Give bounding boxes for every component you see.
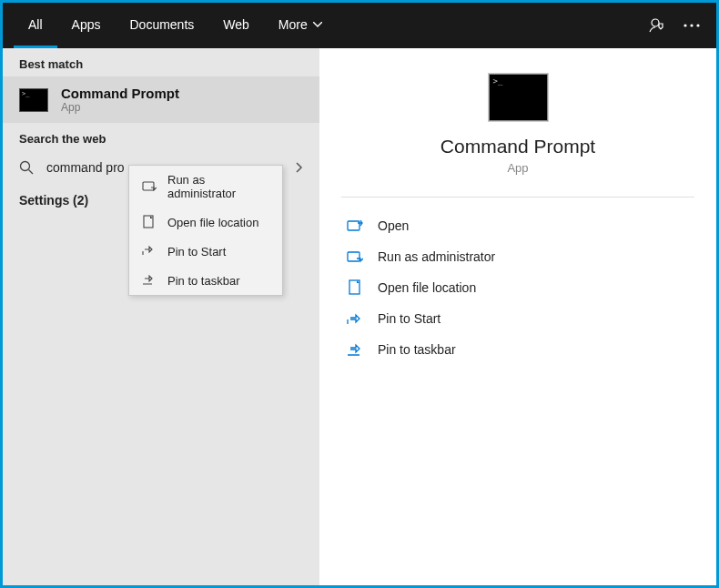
svg-point-3 — [21, 162, 30, 171]
pin-taskbar-icon — [347, 341, 363, 358]
open-icon — [347, 218, 363, 234]
svg-rect-8 — [348, 252, 360, 261]
search-web-text: command pro — [46, 160, 125, 175]
action-pin-taskbar-label: Pin to taskbar — [378, 342, 456, 357]
run-admin-icon — [142, 179, 157, 194]
tab-all[interactable]: All — [14, 3, 57, 48]
svg-rect-5 — [143, 182, 154, 190]
run-admin-icon — [347, 248, 363, 265]
tab-more-label: More — [278, 17, 308, 32]
open-location-icon — [142, 215, 157, 229]
action-run-as-admin[interactable]: Run as administrator — [341, 241, 694, 272]
actions-list: Open Run as administrator Open file loca… — [341, 198, 694, 365]
body: Best match Command Prompt App Search the… — [3, 48, 716, 585]
cmd-prompt-icon-large — [489, 74, 548, 121]
left-panel: Best match Command Prompt App Search the… — [3, 48, 319, 585]
svg-line-4 — [29, 170, 34, 175]
preview-header: Command Prompt App — [341, 74, 694, 198]
best-match-text: Command Prompt App — [61, 86, 179, 114]
search-icon — [19, 160, 34, 175]
cmd-prompt-icon — [19, 88, 48, 112]
action-open-loc-label: Open file location — [378, 280, 476, 295]
tab-apps[interactable]: Apps — [57, 3, 116, 48]
preview-subtitle: App — [507, 161, 528, 175]
ctx-run-admin-label: Run as administrator — [167, 173, 269, 200]
tab-strip: All Apps Documents Web More — [14, 3, 337, 48]
ctx-pin-taskbar-label: Pin to taskbar — [167, 274, 240, 288]
best-match-title: Command Prompt — [61, 86, 179, 101]
action-pin-to-taskbar[interactable]: Pin to taskbar — [341, 334, 694, 365]
action-pin-to-start[interactable]: Pin to Start — [341, 303, 694, 334]
tab-more[interactable]: More — [264, 3, 337, 48]
search-window: All Apps Documents Web More Best match — [3, 3, 716, 585]
preview-title: Command Prompt — [441, 136, 595, 157]
options-icon[interactable] — [684, 24, 700, 27]
best-match-item[interactable]: Command Prompt App — [3, 76, 319, 123]
chevron-down-icon — [313, 22, 322, 27]
action-open-file-location[interactable]: Open file location — [341, 272, 694, 303]
pin-taskbar-icon — [142, 273, 157, 288]
ctx-run-as-admin[interactable]: Run as administrator — [129, 166, 282, 208]
ctx-pin-to-taskbar[interactable]: Pin to taskbar — [129, 266, 282, 295]
ctx-open-file-location[interactable]: Open file location — [129, 208, 282, 237]
ctx-pin-start-label: Pin to Start — [167, 245, 226, 259]
action-pin-start-label: Pin to Start — [378, 311, 441, 326]
chevron-right-icon — [296, 162, 303, 173]
ctx-open-loc-label: Open file location — [167, 216, 258, 229]
action-run-admin-label: Run as administrator — [378, 249, 495, 264]
svg-point-0 — [684, 24, 686, 26]
context-menu: Run as administrator Open file location … — [128, 165, 283, 296]
header-icons — [649, 16, 705, 35]
search-web-left: command pro — [19, 160, 125, 175]
best-match-subtitle: App — [61, 101, 179, 114]
pin-start-icon — [347, 310, 363, 327]
svg-point-1 — [690, 24, 693, 26]
tab-documents[interactable]: Documents — [115, 3, 208, 48]
action-open-label: Open — [378, 218, 409, 233]
feedback-icon[interactable] — [649, 16, 667, 35]
search-web-header: Search the web — [3, 123, 319, 151]
ctx-pin-to-start[interactable]: Pin to Start — [129, 237, 282, 266]
pin-start-icon — [142, 244, 157, 259]
header-bar: All Apps Documents Web More — [3, 3, 716, 48]
svg-point-2 — [696, 24, 699, 26]
open-location-icon — [347, 279, 363, 296]
preview-panel: Command Prompt App Open Run as administr… — [319, 48, 716, 585]
best-match-header: Best match — [3, 48, 319, 76]
tab-web[interactable]: Web — [208, 3, 264, 48]
action-open[interactable]: Open — [341, 210, 694, 241]
